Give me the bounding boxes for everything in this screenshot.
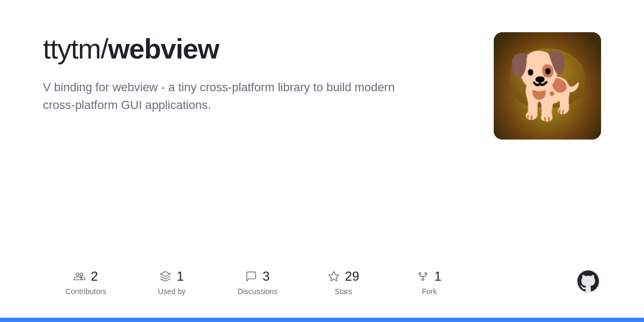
fork-count: 1 (434, 269, 441, 284)
stat-contributors[interactable]: 2 Contributors (43, 269, 129, 296)
fork-label: Fork (422, 287, 437, 296)
discussions-icon (245, 270, 257, 282)
main-content: ttytm/webview V binding for webview - a … (0, 0, 644, 318)
stat-fork-top: 1 (417, 269, 441, 284)
repo-avatar (494, 32, 601, 140)
svg-point-2 (419, 273, 421, 275)
svg-point-3 (425, 273, 427, 275)
stat-stars[interactable]: 29 Stars (301, 269, 386, 296)
stat-fork[interactable]: 1 Fork (386, 269, 472, 296)
contributors-icon (74, 270, 85, 282)
used-by-label: Used by (158, 287, 185, 296)
stats-bar: 2 Contributors 1 Used by (43, 247, 601, 296)
repo-owner[interactable]: ttytm (43, 33, 101, 64)
repo-title-section: ttytm/webview V binding for webview - a … (43, 32, 483, 114)
svg-point-1 (422, 279, 424, 281)
package-icon (159, 270, 171, 282)
contributors-count: 2 (91, 269, 98, 284)
stars-count: 29 (345, 269, 360, 284)
stat-used-by[interactable]: 1 Used by (129, 269, 215, 296)
discussions-count: 3 (262, 269, 269, 284)
bottom-bar (0, 318, 644, 322)
repo-title: ttytm/webview (43, 32, 483, 65)
repo-header: ttytm/webview V binding for webview - a … (43, 32, 601, 140)
stat-discussions[interactable]: 3 Discussions (215, 269, 301, 296)
stars-label: Stars (335, 287, 353, 296)
repo-name[interactable]: webview (108, 33, 219, 64)
used-by-count: 1 (177, 269, 184, 284)
fork-icon (417, 270, 429, 282)
stat-stars-top: 29 (328, 269, 360, 284)
repo-description: V binding for webview - a tiny cross-pla… (43, 78, 419, 114)
github-logo[interactable] (575, 268, 601, 296)
avatar-image (494, 32, 601, 140)
stat-used-by-top: 1 (159, 269, 184, 284)
repo-separator: / (101, 33, 108, 64)
discussions-label: Discussions (238, 287, 278, 296)
star-icon (328, 270, 340, 282)
stat-discussions-top: 3 (245, 269, 269, 284)
svg-marker-0 (328, 272, 338, 281)
contributors-label: Contributors (65, 287, 106, 296)
stat-contributors-top: 2 (74, 269, 98, 284)
